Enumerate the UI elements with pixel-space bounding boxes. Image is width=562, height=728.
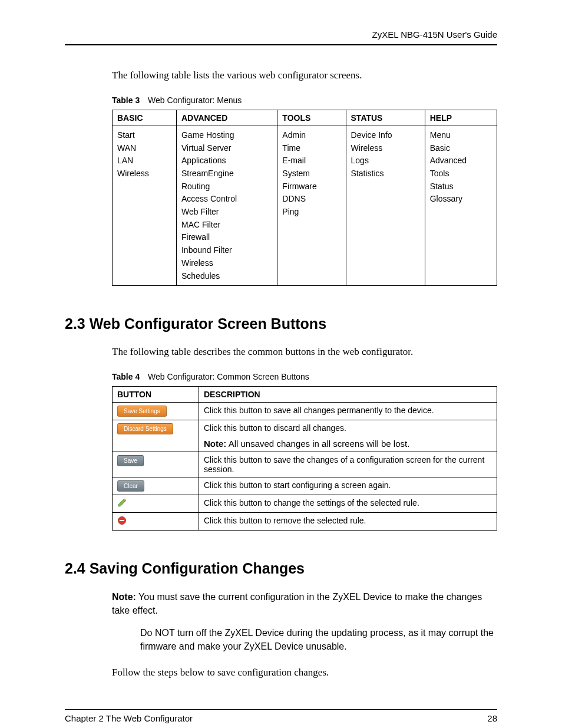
section-2-4-note: Note: You must save the current configur… (112, 590, 497, 653)
menu-item: Ping (282, 206, 340, 219)
table3-header: HELP (425, 110, 497, 126)
description-text: Click this button to change the settings… (204, 498, 419, 508)
description-cell: Click this button to remove the selected… (199, 513, 497, 531)
table3-header: BASIC (113, 110, 177, 126)
page-footer: Chapter 2 The Web Configurator 28 (65, 713, 497, 723)
menu-item: Menu (430, 129, 492, 142)
table3-cell: StartWANLANWireless (113, 126, 177, 285)
table3-caption: Table 3 Web Configurator: Menus (112, 95, 497, 105)
menu-item: Access Control (181, 193, 272, 206)
section-2-3-heading: 2.3 Web Configurator Screen Buttons (65, 315, 497, 332)
menu-item: Wireless (117, 167, 171, 180)
button-cell: Discard Settings (113, 420, 199, 452)
footer-page-number: 28 (487, 713, 497, 723)
menu-item: Wireless (351, 142, 420, 155)
description-text: Click this button to remove the selected… (204, 516, 366, 525)
table3-title: Web Configurator: Menus (148, 95, 242, 105)
menu-item: Status (430, 180, 492, 193)
button-cell (113, 495, 199, 513)
delete-icon (117, 518, 127, 527)
table3-cell: Game HostingVirtual ServerApplicationsSt… (176, 126, 277, 285)
menu-item: MAC Filter (181, 219, 272, 232)
note-line-2: Do NOT turn off the ZyXEL Device during … (140, 626, 497, 653)
footer-chapter: Chapter 2 The Web Configurator (65, 713, 193, 723)
menu-item: Start (117, 129, 171, 142)
description-text: Click this button to save the changes of… (204, 455, 484, 474)
menu-item: Firewall (181, 231, 272, 244)
menu-item: LAN (117, 154, 171, 167)
table4: BUTTON DESCRIPTION Save SettingsClick th… (112, 386, 497, 531)
button-cell: Clear (113, 477, 199, 495)
description-cell: Click this button to save the changes of… (199, 452, 497, 477)
menu-item: Tools (430, 167, 492, 180)
table-row: Click this button to change the settings… (113, 495, 497, 513)
save-button[interactable]: Save (117, 455, 144, 466)
menu-item: Firmware (282, 180, 340, 193)
table-row: Save SettingsClick this button to save a… (113, 403, 497, 420)
button-cell: Save Settings (113, 403, 199, 420)
menu-item: Glossary (430, 193, 492, 206)
table3: BASICADVANCEDTOOLSSTATUSHELP StartWANLAN… (112, 110, 497, 286)
description-note: Note: All unsaved changes in all screens… (204, 439, 492, 449)
menu-item: Statistics (351, 167, 420, 180)
menu-item: WAN (117, 142, 171, 155)
button-cell: Save (113, 452, 199, 477)
menu-item: Applications (181, 154, 272, 167)
menu-item: Advanced (430, 154, 492, 167)
menu-item: Routing (181, 180, 272, 193)
table4-header-description: DESCRIPTION (199, 387, 497, 403)
menu-item: Basic (430, 142, 492, 155)
page-header: ZyXEL NBG-415N User's Guide (65, 29, 497, 39)
section-2-4-heading: 2.4 Saving Configuration Changes (65, 560, 497, 577)
footer-rule (65, 709, 497, 710)
table4-label: Table 4 (112, 372, 140, 381)
description-text: Click this button to start configuring a… (204, 480, 391, 490)
section-2-4-body: Follow the steps below to save configura… (112, 666, 497, 680)
description-cell: Click this button to save all changes pe… (199, 403, 497, 420)
menu-item: DDNS (282, 193, 340, 206)
description-cell: Click this button to change the settings… (199, 495, 497, 513)
intro-paragraph-1: The following table lists the various we… (112, 69, 497, 83)
table3-cell: AdminTimeE-mailSystemFirmwareDDNSPing (277, 126, 346, 285)
note-line-1: You must save the current configuration … (112, 592, 482, 615)
table3-header: TOOLS (277, 110, 346, 126)
menu-item: Virtual Server (181, 142, 272, 155)
table-row: SaveClick this button to save the change… (113, 452, 497, 477)
section-2-3-intro: The following table describes the common… (112, 345, 497, 359)
menu-item: Logs (351, 154, 420, 167)
table-row: Discard SettingsClick this button to dis… (113, 420, 497, 452)
edit-icon (117, 500, 127, 509)
header-rule (65, 44, 497, 45)
table3-header: STATUS (346, 110, 425, 126)
table4-header-button: BUTTON (113, 387, 199, 403)
menu-item: Schedules (181, 270, 272, 283)
menu-item: Web Filter (181, 206, 272, 219)
menu-item: Device Info (351, 129, 420, 142)
menu-item: Inbound Filter (181, 244, 272, 257)
menu-item: E-mail (282, 154, 340, 167)
description-text: Click this button to discard all changes… (204, 423, 346, 433)
note-prefix: Note: (112, 592, 136, 602)
button-cell (113, 513, 199, 531)
svg-rect-1 (120, 520, 124, 521)
description-cell: Click this button to discard all changes… (199, 420, 497, 452)
menu-item: Game Hosting (181, 129, 272, 142)
clear-button[interactable]: Clear (117, 480, 144, 492)
menu-item: System (282, 167, 340, 180)
menu-item: Admin (282, 129, 340, 142)
table-row: Click this button to remove the selected… (113, 513, 497, 531)
table3-label: Table 3 (112, 95, 140, 105)
table4-caption: Table 4 Web Configurator: Common Screen … (112, 372, 497, 381)
menu-item: Wireless (181, 257, 272, 270)
discard-settings-button[interactable]: Discard Settings (117, 423, 173, 434)
table3-cell: Device InfoWirelessLogsStatistics (346, 126, 425, 285)
description-text: Click this button to save all changes pe… (204, 406, 434, 415)
table3-cell: MenuBasicAdvancedToolsStatusGlossary (425, 126, 497, 285)
menu-item: StreamEngine (181, 167, 272, 180)
description-cell: Click this button to start configuring a… (199, 477, 497, 495)
table-row: ClearClick this button to start configur… (113, 477, 497, 495)
save-settings-button[interactable]: Save Settings (117, 406, 167, 417)
table4-title: Web Configurator: Common Screen Buttons (148, 372, 309, 381)
menu-item: Time (282, 142, 340, 155)
table3-header: ADVANCED (176, 110, 277, 126)
